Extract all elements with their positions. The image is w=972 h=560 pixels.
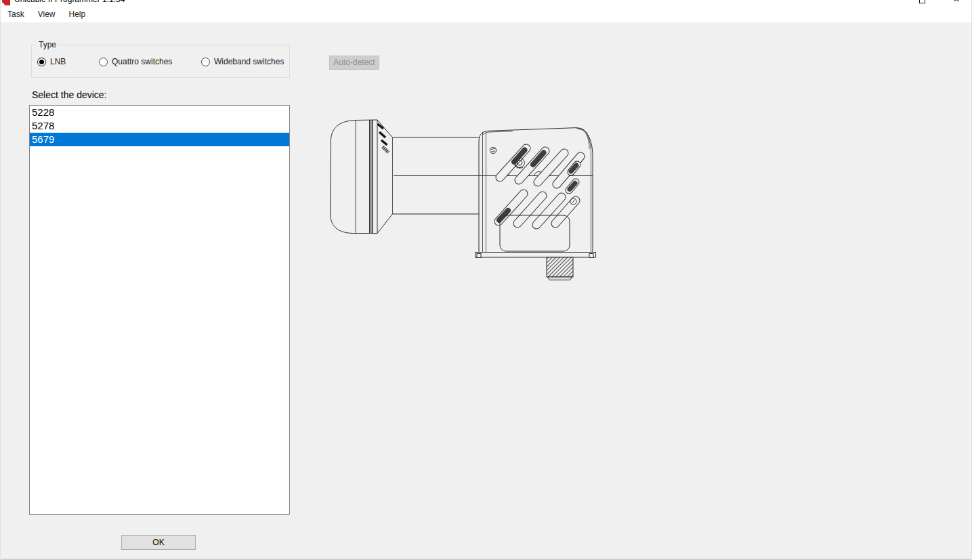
list-item-selected[interactable]: 5679 [30,133,289,146]
type-radio-row: LNB Quattro switches Wideband switches [32,57,289,68]
titlebar: Unicable II Programmer 1.1.34 ✕ [1,0,971,6]
type-groupbox: Type LNB Quattro switches Wideband switc… [31,45,290,78]
app-window: Unicable II Programmer 1.1.34 ✕ Task Vie… [0,0,972,560]
window-title: Unicable II Programmer 1.1.34 [14,0,125,4]
menu-help[interactable]: Help [62,6,92,22]
client-area: Type LNB Quattro switches Wideband switc… [1,22,971,559]
menu-view[interactable]: View [31,6,62,22]
auto-detect-button[interactable]: Auto-detect [329,56,379,70]
radio-quattro-label: Quattro switches [112,57,172,66]
radio-lnb-label: LNB [50,57,66,66]
close-icon[interactable]: ✕ [952,0,961,5]
type-groupbox-title: Type [37,40,58,49]
menu-bar: Task View Help [1,6,971,22]
device-listbox[interactable]: 5228 5278 5679 [29,105,290,515]
ok-button[interactable]: OK [121,535,196,550]
select-device-label: Select the device: [32,89,107,100]
lnb-device-image [326,114,604,284]
radio-quattro-circle[interactable] [99,58,108,66]
list-item[interactable]: 5278 [30,119,289,133]
radio-lnb[interactable]: LNB [37,57,66,66]
maximize-icon[interactable] [919,0,925,3]
radio-wideband-switches[interactable]: Wideband switches [201,57,284,66]
radio-wideband-circle[interactable] [201,58,210,66]
menu-task[interactable]: Task [1,6,31,22]
radio-wideband-label: Wideband switches [214,57,284,66]
radio-quattro-switches[interactable]: Quattro switches [99,57,172,66]
app-icon [2,0,10,5]
list-item[interactable]: 5228 [30,106,289,119]
radio-lnb-circle[interactable] [37,58,46,66]
